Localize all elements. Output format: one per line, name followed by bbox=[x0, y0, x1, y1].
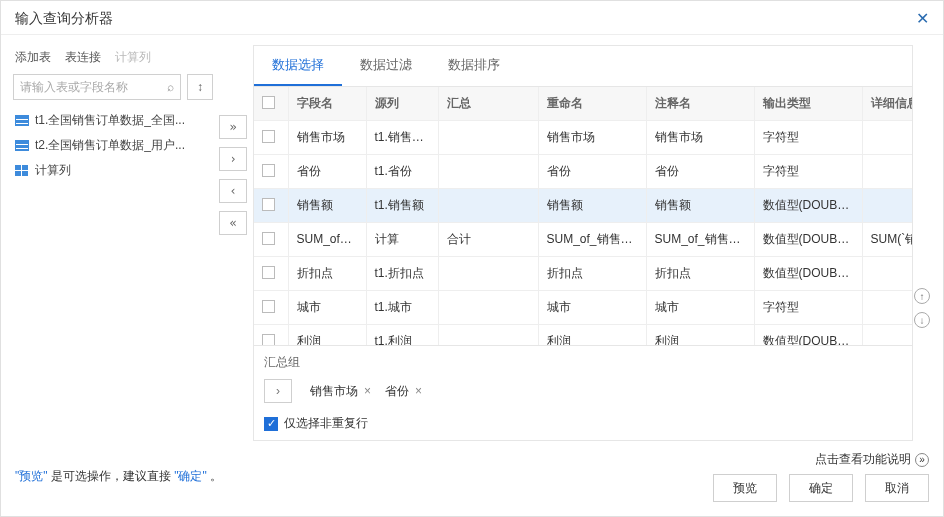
cell-comment: 折扣点 bbox=[646, 257, 754, 291]
tree-item-label: t2.全国销售订单数据_用户... bbox=[35, 137, 185, 154]
tab-table-join[interactable]: 表连接 bbox=[65, 49, 101, 66]
cell-detail: SUM(`销售额`) bbox=[862, 223, 912, 257]
tree-item[interactable]: t1.全国销售订单数据_全国... bbox=[13, 108, 213, 133]
col-agg: 汇总 bbox=[438, 87, 538, 121]
group-label: 汇总组 bbox=[264, 354, 902, 371]
cell-field: 折扣点 bbox=[288, 257, 366, 291]
btn-move-all-right[interactable]: » bbox=[219, 115, 247, 139]
move-down-icon[interactable]: ↓ bbox=[914, 312, 930, 328]
cell-detail bbox=[862, 291, 912, 325]
table-row[interactable]: 省份t1.省份省份省份字符型✕ bbox=[254, 155, 912, 189]
search-placeholder: 请输入表或字段名称 bbox=[20, 79, 167, 96]
cell-comment: 销售市场 bbox=[646, 121, 754, 155]
help-link[interactable]: 点击查看功能说明» bbox=[815, 451, 929, 468]
cell-comment: 城市 bbox=[646, 291, 754, 325]
btn-move-right[interactable]: › bbox=[219, 147, 247, 171]
cell-field: 城市 bbox=[288, 291, 366, 325]
tree-item[interactable]: t2.全国销售订单数据_用户... bbox=[13, 133, 213, 158]
search-icon[interactable]: ⌕ bbox=[167, 80, 174, 94]
row-checkbox[interactable] bbox=[262, 334, 275, 346]
cell-source: t1.折扣点 bbox=[366, 257, 438, 291]
preview-button[interactable]: 预览 bbox=[713, 474, 777, 502]
cell-detail bbox=[862, 189, 912, 223]
tree-item-label: 计算列 bbox=[35, 162, 71, 179]
right-pane: 数据选择 数据过滤 数据排序 字段名 源列 汇总 重命名 注释名 输出类型 详细… bbox=[253, 45, 913, 441]
cancel-button[interactable]: 取消 bbox=[865, 474, 929, 502]
table-row[interactable]: 销售市场t1.销售市场销售市场销售市场字符型✕ bbox=[254, 121, 912, 155]
row-checkbox[interactable] bbox=[262, 164, 275, 177]
cell-agg: 合计 bbox=[438, 223, 538, 257]
distinct-checkbox[interactable]: ✓ bbox=[264, 417, 278, 431]
ok-button[interactable]: 确定 bbox=[789, 474, 853, 502]
cell-field: 销售市场 bbox=[288, 121, 366, 155]
cell-rename: 城市 bbox=[538, 291, 646, 325]
cell-source: t1.销售市场 bbox=[366, 121, 438, 155]
col-detail: 详细信息 bbox=[862, 87, 912, 121]
cell-detail bbox=[862, 121, 912, 155]
table-row[interactable]: SUM_of_销售计算合计SUM_of_销售额1SUM_of_销售额1数值型(D… bbox=[254, 223, 912, 257]
chip-remove-icon[interactable]: × bbox=[415, 384, 422, 398]
cell-source: t1.销售额 bbox=[366, 189, 438, 223]
col-outtype: 输出类型 bbox=[754, 87, 862, 121]
col-comment: 注释名 bbox=[646, 87, 754, 121]
table-row[interactable]: 折扣点t1.折扣点折扣点折扣点数值型(DOUBLE)✕ bbox=[254, 257, 912, 291]
fields-table: 字段名 源列 汇总 重命名 注释名 输出类型 详细信息 移除 销售市场t1.销售… bbox=[254, 87, 912, 345]
group-chips: 销售市场×省份× bbox=[310, 383, 422, 400]
group-chip[interactable]: 销售市场× bbox=[310, 383, 371, 400]
chip-label: 省份 bbox=[385, 383, 409, 400]
left-pane: 添加表 表连接 计算列 请输入表或字段名称 ⌕ ↕ t1.全国销售订单数据_全国… bbox=[13, 45, 213, 441]
cell-agg bbox=[438, 291, 538, 325]
tab-data-select[interactable]: 数据选择 bbox=[254, 46, 342, 86]
col-source: 源列 bbox=[366, 87, 438, 121]
checkbox-all[interactable] bbox=[262, 96, 275, 109]
table-row[interactable]: 城市t1.城市城市城市字符型✕ bbox=[254, 291, 912, 325]
cell-source: t1.利润 bbox=[366, 325, 438, 346]
table-row[interactable]: 销售额t1.销售额销售额销售额数值型(DOUBLE)✕ bbox=[254, 189, 912, 223]
distinct-label: 仅选择非重复行 bbox=[284, 415, 368, 432]
group-chip[interactable]: 省份× bbox=[385, 383, 422, 400]
col-field: 字段名 bbox=[288, 87, 366, 121]
chip-label: 销售市场 bbox=[310, 383, 358, 400]
sort-icon[interactable]: ↕ bbox=[187, 74, 213, 100]
cell-rename: 销售额 bbox=[538, 189, 646, 223]
cell-rename: SUM_of_销售额1 bbox=[538, 223, 646, 257]
row-checkbox[interactable] bbox=[262, 198, 275, 211]
row-checkbox[interactable] bbox=[262, 300, 275, 313]
btn-move-left[interactable]: ‹ bbox=[219, 179, 247, 203]
row-checkbox[interactable] bbox=[262, 266, 275, 279]
cell-outtype: 字符型 bbox=[754, 155, 862, 189]
transfer-buttons: » › ‹ « bbox=[213, 45, 253, 441]
btn-move-all-left[interactable]: « bbox=[219, 211, 247, 235]
cell-field: 销售额 bbox=[288, 189, 366, 223]
dialog-title: 输入查询分析器 bbox=[15, 10, 113, 28]
calc-icon bbox=[15, 165, 29, 177]
cell-outtype: 数值型(DOUBLE) bbox=[754, 223, 862, 257]
cell-field: 省份 bbox=[288, 155, 366, 189]
cell-rename: 利润 bbox=[538, 325, 646, 346]
table-row[interactable]: 利润t1.利润利润利润数值型(DOUBLE)✕ bbox=[254, 325, 912, 346]
cell-comment: SUM_of_销售额1 bbox=[646, 223, 754, 257]
row-checkbox[interactable] bbox=[262, 232, 275, 245]
cell-detail bbox=[862, 155, 912, 189]
cell-comment: 利润 bbox=[646, 325, 754, 346]
cell-outtype: 数值型(DOUBLE) bbox=[754, 325, 862, 346]
cell-outtype: 字符型 bbox=[754, 291, 862, 325]
cell-detail bbox=[862, 325, 912, 346]
row-checkbox[interactable] bbox=[262, 130, 275, 143]
move-up-icon[interactable]: ↑ bbox=[914, 288, 930, 304]
tab-data-sort[interactable]: 数据排序 bbox=[430, 46, 518, 86]
search-input[interactable]: 请输入表或字段名称 ⌕ bbox=[13, 74, 181, 100]
footer-hint: "预览" 是可选操作，建议直接 "确定" 。 bbox=[15, 468, 222, 485]
group-expand-icon[interactable]: › bbox=[264, 379, 292, 403]
chip-remove-icon[interactable]: × bbox=[364, 384, 371, 398]
help-arrow-icon: » bbox=[915, 453, 929, 467]
source-tree: t1.全国销售订单数据_全国...t2.全国销售订单数据_用户...计算列 bbox=[13, 108, 213, 183]
cell-rename: 销售市场 bbox=[538, 121, 646, 155]
cell-detail bbox=[862, 257, 912, 291]
tab-data-filter[interactable]: 数据过滤 bbox=[342, 46, 430, 86]
tab-calc-column[interactable]: 计算列 bbox=[115, 49, 151, 66]
cell-field: 利润 bbox=[288, 325, 366, 346]
tab-add-table[interactable]: 添加表 bbox=[15, 49, 51, 66]
tree-item[interactable]: 计算列 bbox=[13, 158, 213, 183]
close-icon[interactable]: ✕ bbox=[916, 9, 929, 28]
